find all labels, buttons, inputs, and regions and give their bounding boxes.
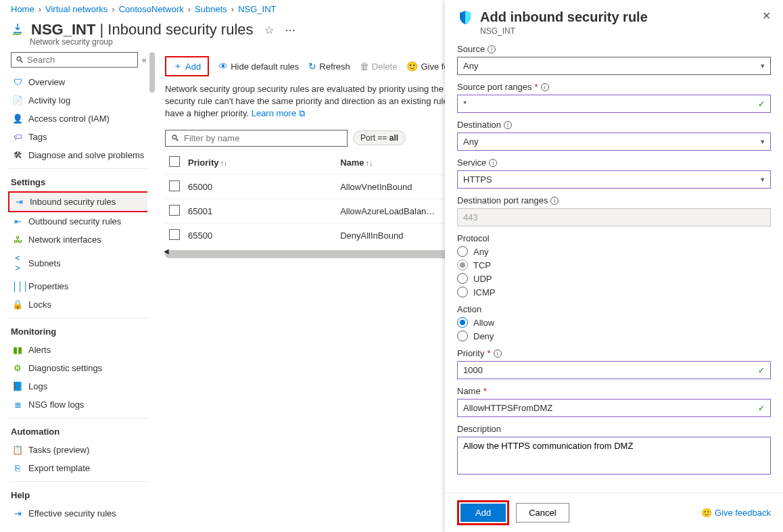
sidebar-scrollbar[interactable]	[147, 52, 157, 532]
breadcrumb-nsg[interactable]: NSG_INT	[238, 4, 276, 14]
sidebar-item-effective-rules[interactable]: ⇥Effective security rules	[8, 504, 157, 523]
hide-icon: 👁	[218, 61, 228, 72]
source-select[interactable]: Any▾	[457, 57, 771, 75]
label-name: Name*	[457, 386, 771, 396]
effective-icon: ⇥	[12, 508, 23, 518]
sidebar-help-title: Help	[8, 486, 157, 504]
name-input[interactable]: AllowHTTPSFromDMZ✓	[457, 399, 771, 417]
label-protocol: Protocol	[457, 233, 771, 243]
label-source-port: Source port ranges*i	[457, 82, 771, 92]
filter-input[interactable]	[184, 133, 341, 143]
sidebar-item-tags[interactable]: 🏷Tags	[8, 128, 157, 146]
source-port-input[interactable]: *✓	[457, 95, 771, 113]
sidebar-item-tasks[interactable]: 📋Tasks (preview)	[8, 441, 157, 459]
label-priority: Priority*i	[457, 348, 771, 358]
col-priority[interactable]: Priority↑↓	[184, 151, 336, 175]
sidebar-search[interactable]: 🔍︎	[11, 52, 138, 68]
breadcrumb-home[interactable]: Home	[11, 4, 34, 14]
log-icon: 📄	[12, 95, 23, 105]
pane-title: Add inbound security rule	[480, 9, 648, 25]
shield-icon: 🛡	[12, 77, 23, 87]
more-icon[interactable]: ⋯	[285, 24, 295, 37]
feedback-icon: 🙂	[406, 61, 418, 72]
label-action: Action	[457, 304, 771, 314]
pane-cancel-button[interactable]: Cancel	[516, 503, 569, 523]
sidebar-item-locks[interactable]: 🔒Locks	[8, 295, 157, 314]
sidebar-item-activity-log[interactable]: 📄Activity log	[8, 91, 157, 110]
row-checkbox[interactable]	[169, 205, 180, 216]
sidebar-item-subnets[interactable]: < >Subnets	[8, 249, 157, 277]
lock-icon: 🔒	[12, 299, 23, 310]
sidebar-item-network-interfaces[interactable]: 🖧Network interfaces	[8, 231, 157, 249]
info-icon[interactable]: i	[550, 197, 559, 205]
sidebar-item-alerts[interactable]: ▮▮Alerts	[8, 341, 157, 359]
hide-default-rules-button[interactable]: 👁Hide default rules	[218, 61, 299, 72]
sidebar-item-inbound-rules[interactable]: ⇥Inbound security rules	[8, 191, 157, 212]
breadcrumb-contoso[interactable]: ContosoNetwork	[119, 4, 184, 14]
priority-input[interactable]: 1000✓	[457, 361, 771, 379]
add-button[interactable]: ＋Add	[165, 56, 209, 76]
info-icon[interactable]: i	[488, 45, 496, 53]
description-textarea[interactable]	[457, 437, 771, 475]
select-all-checkbox[interactable]	[165, 151, 184, 175]
sidebar-search-input[interactable]	[27, 55, 133, 65]
sidebar-item-outbound-rules[interactable]: ⇤Outbound security rules	[8, 212, 157, 231]
learn-more-link[interactable]: Learn more ⧉	[252, 108, 305, 118]
add-rule-pane: Add inbound security rule NSG_INT ✕ Sour…	[445, 0, 783, 532]
info-icon[interactable]: i	[494, 349, 502, 358]
label-dest-port: Destination port rangesi	[457, 195, 771, 205]
sidebar-item-properties[interactable]: │││Properties	[8, 277, 157, 295]
label-source: Sourcei	[457, 44, 771, 54]
info-icon[interactable]: i	[541, 83, 549, 91]
logs-icon: 📘	[12, 381, 23, 391]
radio-icon	[457, 317, 468, 328]
pane-feedback-link[interactable]: 🙂Give feedback	[701, 508, 771, 518]
filter-by-name[interactable]: 🔍︎	[165, 130, 348, 147]
check-icon: ✓	[758, 366, 765, 375]
breadcrumb-vnets[interactable]: Virtual networks	[45, 4, 108, 14]
sidebar-item-diagnostic-settings[interactable]: ⚙Diagnostic settings	[8, 359, 157, 377]
sidebar-monitoring-title: Monitoring	[8, 322, 157, 341]
pane-add-button[interactable]: Add	[460, 504, 506, 522]
trash-icon: 🗑	[360, 61, 369, 72]
page-title: NSG_INT | Inbound security rules	[31, 21, 254, 39]
sidebar-item-diagnose[interactable]: 🛠Diagnose and solve problems	[8, 146, 157, 164]
close-icon[interactable]: ✕	[762, 9, 771, 22]
check-icon: ✓	[758, 404, 765, 413]
radio-icon	[457, 273, 468, 284]
info-icon[interactable]: i	[489, 159, 497, 167]
wrench-icon: 🛠	[12, 150, 23, 160]
destination-select[interactable]: Any▾	[457, 132, 771, 151]
collapse-sidebar-icon[interactable]: «	[142, 55, 147, 65]
port-filter-pill[interactable]: Port == all	[353, 130, 406, 145]
dest-port-input: 443	[457, 208, 771, 226]
protocol-tcp[interactable]: TCP	[457, 260, 771, 270]
action-deny[interactable]: Deny	[457, 331, 771, 341]
sidebar-settings-title: Settings	[8, 173, 157, 191]
tasks-icon: 📋	[12, 445, 23, 455]
sidebar-item-export-template[interactable]: ⎘Export template	[8, 459, 157, 477]
chevron-down-icon: ▾	[761, 137, 765, 146]
external-link-icon: ⧉	[299, 108, 305, 118]
protocol-icmp[interactable]: ICMP	[457, 287, 771, 297]
info-icon[interactable]: i	[504, 121, 512, 129]
breadcrumb-subnets[interactable]: Subnets	[195, 4, 227, 14]
service-select[interactable]: HTTPS▾	[457, 170, 771, 189]
sidebar-item-overview[interactable]: 🛡Overview	[8, 73, 157, 91]
nic-icon: 🖧	[12, 235, 23, 245]
sidebar-item-logs[interactable]: 📘Logs	[8, 377, 157, 395]
refresh-button[interactable]: ↻Refresh	[308, 61, 350, 72]
label-description: Description	[457, 424, 771, 434]
search-icon: 🔍︎	[171, 133, 180, 143]
favorite-icon[interactable]: ☆	[264, 24, 274, 37]
action-allow[interactable]: Allow	[457, 317, 771, 328]
tag-icon: 🏷	[12, 132, 23, 142]
pane-subtitle: NSG_INT	[480, 26, 648, 36]
row-checkbox[interactable]	[169, 229, 180, 240]
search-icon: 🔍︎	[16, 55, 24, 65]
protocol-udp[interactable]: UDP	[457, 273, 771, 284]
protocol-any[interactable]: Any	[457, 246, 771, 257]
sidebar-item-nsg-flow-logs[interactable]: ≣NSG flow logs	[8, 395, 157, 414]
row-checkbox[interactable]	[169, 180, 180, 191]
sidebar-item-iam[interactable]: 👤Access control (IAM)	[8, 110, 157, 128]
